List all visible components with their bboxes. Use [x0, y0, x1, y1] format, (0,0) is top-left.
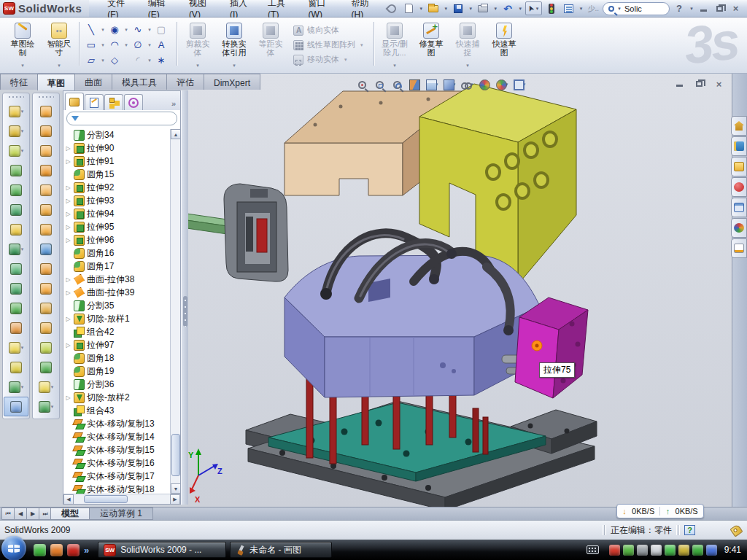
- dropdown-caret[interactable]: ▾: [21, 128, 24, 134]
- expand-arrow[interactable]: ▷: [65, 198, 71, 204]
- tab-nav-2[interactable]: ▶: [26, 508, 39, 520]
- tree-item[interactable]: ▷拉伸93: [65, 194, 180, 207]
- expand-arrow[interactable]: ▷: [65, 289, 71, 296]
- undo-caret[interactable]: ▾: [517, 6, 523, 12]
- display-style-button[interactable]: ▾: [441, 77, 457, 92]
- scroll-left-arrow[interactable]: ◀: [63, 494, 74, 505]
- dropdown-caret[interactable]: ▾: [148, 27, 151, 33]
- solidworks-search-tab[interactable]: [731, 177, 747, 197]
- sketch-text-icon[interactable]: A: [158, 40, 165, 50]
- tab-草图[interactable]: 草图: [37, 74, 75, 90]
- menu-item-3[interactable]: 插入(I): [222, 0, 260, 17]
- extruded-cut-button[interactable]: ▾: [4, 121, 28, 141]
- dropdown-caret[interactable]: ▾: [148, 58, 151, 63]
- tree-item[interactable]: 组合42: [65, 325, 180, 338]
- expand-arrow[interactable]: ▷: [65, 342, 71, 349]
- property-manager-tab[interactable]: [85, 94, 104, 110]
- dropdown-caret[interactable]: ▾: [196, 63, 199, 69]
- hole-wizard-button[interactable]: [4, 219, 28, 239]
- tab-nav-1[interactable]: ◀: [14, 508, 26, 520]
- dome-button[interactable]: [34, 357, 58, 377]
- expand-arrow[interactable]: ▷: [65, 224, 71, 230]
- tree-item[interactable]: 圆角18: [65, 351, 180, 365]
- tree-item[interactable]: ▷拉伸90: [65, 141, 180, 155]
- rotate-view-button[interactable]: [389, 77, 405, 92]
- scroll-thumb[interactable]: [84, 495, 128, 503]
- hide-show-items-button[interactable]: ▾: [459, 77, 475, 92]
- open-caret[interactable]: ▾: [443, 6, 449, 12]
- tree-item[interactable]: 实体-移动/复制17: [65, 470, 180, 483]
- tab-nav-0[interactable]: ⏮: [1, 508, 14, 520]
- view-orientation-button[interactable]: ▾: [424, 77, 440, 92]
- taskbar-window-1[interactable]: 未命名 - 画图: [230, 542, 332, 558]
- model-tab-1[interactable]: 运动算例 1: [89, 508, 153, 520]
- network-warning-icon[interactable]: [678, 545, 689, 556]
- dropdown-caret[interactable]: ▾: [393, 63, 396, 69]
- network-speed-widget[interactable]: ↓ 0KB/S ↑ 0KB/S: [616, 504, 704, 518]
- menu-item-6[interactable]: 帮助(H): [344, 0, 385, 17]
- linear-pattern-button[interactable]: ▾: [4, 239, 28, 259]
- security-quicklaunch-icon[interactable]: [50, 544, 63, 556]
- options-checklist-icon[interactable]: [561, 2, 576, 15]
- tag-icon[interactable]: [729, 524, 743, 537]
- helix-button[interactable]: ▾: [4, 377, 28, 397]
- dropdown-caret[interactable]: ▾: [21, 63, 24, 69]
- pin-icon[interactable]: [384, 2, 399, 15]
- quick-tips-icon[interactable]: ?: [684, 525, 695, 535]
- doc-minimize-button[interactable]: [673, 78, 686, 90]
- expand-arrow[interactable]: ▷: [65, 145, 71, 152]
- scroll-right-arrow[interactable]: ▶: [170, 494, 180, 505]
- dropdown-caret[interactable]: ▾: [21, 345, 24, 351]
- tab-nav-3[interactable]: ⏭: [39, 508, 51, 520]
- boundary-surface-button[interactable]: [34, 180, 58, 200]
- tree-item[interactable]: ▷曲面-拉伸38: [65, 273, 180, 286]
- tree-item[interactable]: 圆角17: [65, 260, 180, 273]
- undo-icon[interactable]: ↶: [500, 2, 515, 15]
- tab-模具工具[interactable]: 模具工具: [112, 74, 167, 90]
- tab-特征[interactable]: 特征: [0, 74, 38, 90]
- tree-item[interactable]: 分割35: [65, 299, 180, 312]
- toolbar-grip[interactable]: [8, 96, 24, 99]
- file-explorer-tab[interactable]: [731, 157, 747, 176]
- quicklaunch-chevron[interactable]: »: [84, 545, 89, 556]
- surface-fillet-button[interactable]: [34, 338, 58, 357]
- new-caret[interactable]: ▾: [418, 6, 424, 12]
- tree-item[interactable]: 组合43: [65, 404, 180, 417]
- menu-item-2[interactable]: 视图(V): [181, 0, 222, 17]
- tree-item[interactable]: 实体-移动/复制15: [65, 443, 180, 456]
- filled-surface-button[interactable]: [34, 200, 58, 219]
- deform-button[interactable]: ▾: [4, 338, 28, 357]
- view-settings-button[interactable]: ▾: [511, 77, 527, 92]
- tree-item[interactable]: 实体-移动/复制16: [65, 456, 180, 470]
- toolbar-grip[interactable]: [38, 96, 54, 99]
- move-copy-body-button[interactable]: [4, 318, 28, 338]
- tree-item[interactable]: 圆角15: [65, 168, 180, 181]
- dropdown-caret[interactable]: ▾: [233, 63, 236, 69]
- tree-item[interactable]: ▷拉伸96: [65, 233, 180, 246]
- extend-surface-button[interactable]: [34, 318, 58, 338]
- tree-item[interactable]: ▷拉伸91: [65, 155, 180, 168]
- menu-item-5[interactable]: 窗口(W): [301, 0, 344, 17]
- combine-button[interactable]: [4, 298, 28, 318]
- taskbar-clock[interactable]: 9:41: [724, 545, 741, 555]
- expand-arrow[interactable]: ▷: [65, 211, 71, 217]
- swept-surface-button[interactable]: [34, 141, 58, 160]
- panel-splitter[interactable]: [181, 90, 188, 505]
- select-tool-group[interactable]: ➤ ▾: [525, 1, 542, 15]
- menu-item-1[interactable]: 编辑(E): [140, 0, 181, 17]
- taskbar-window-0[interactable]: SWSolidWorks 2009 - ...: [98, 542, 226, 558]
- polygon-icon[interactable]: ◇: [111, 55, 118, 65]
- dropdown-caret[interactable]: ▾: [58, 63, 61, 69]
- rib-button[interactable]: [4, 259, 28, 279]
- scroll-up-arrow[interactable]: ▲: [171, 129, 181, 139]
- instant3d-button[interactable]: [4, 397, 28, 416]
- expand-arrow[interactable]: ▷: [65, 276, 71, 283]
- feature-manager-tab[interactable]: [65, 93, 84, 110]
- start-button[interactable]: [1, 536, 26, 560]
- offset-surface-button[interactable]: [34, 239, 58, 259]
- lofted-surface-button[interactable]: [34, 160, 58, 180]
- slot-icon[interactable]: ▱: [88, 55, 95, 65]
- point-icon[interactable]: ∗: [158, 55, 166, 65]
- convert-entities-button[interactable]: 转换实 体引用▾: [216, 20, 252, 69]
- dropdown-caret[interactable]: ▾: [51, 384, 54, 390]
